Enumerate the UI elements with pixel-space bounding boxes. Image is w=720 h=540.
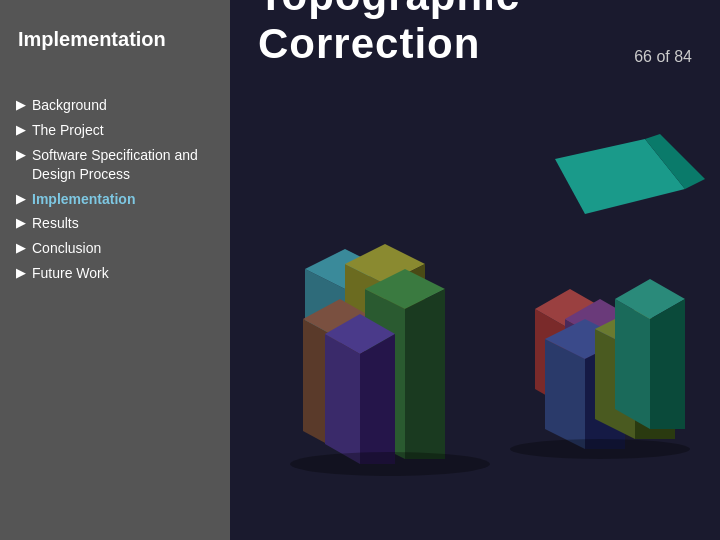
main-content bbox=[230, 78, 720, 540]
header-right: Topographic Correction 66 of 84 bbox=[230, 0, 720, 78]
sidebar-item-label: Results bbox=[32, 214, 79, 233]
viz-container bbox=[245, 109, 705, 509]
sidebar-item-label: Background bbox=[32, 96, 107, 115]
section-label: Implementation bbox=[18, 28, 166, 51]
sidebar-item-label: The Project bbox=[32, 121, 104, 140]
svg-point-33 bbox=[510, 439, 690, 459]
bullet-icon: ▶ bbox=[16, 122, 26, 137]
svg-marker-29 bbox=[650, 299, 685, 429]
slide-title: Topographic Correction bbox=[258, 0, 634, 68]
sidebar-item-label: Software Specification and Design Proces… bbox=[32, 146, 220, 184]
sidebar-item-future-work[interactable]: ▶Future Work bbox=[16, 264, 220, 283]
sidebar-item-background[interactable]: ▶Background bbox=[16, 96, 220, 115]
sidebar-item-label: Future Work bbox=[32, 264, 109, 283]
sidebar-item-software-spec[interactable]: ▶Software Specification and Design Proce… bbox=[16, 146, 220, 184]
bullet-icon: ▶ bbox=[16, 97, 26, 112]
bullet-icon: ▶ bbox=[16, 147, 26, 162]
bullet-icon: ▶ bbox=[16, 191, 26, 206]
3d-visualization bbox=[245, 109, 705, 509]
svg-marker-14 bbox=[360, 334, 395, 464]
sidebar-item-conclusion[interactable]: ▶Conclusion bbox=[16, 239, 220, 258]
sidebar-item-implementation[interactable]: ▶Implementation bbox=[16, 190, 220, 209]
svg-marker-12 bbox=[325, 334, 360, 464]
bullet-icon: ▶ bbox=[16, 240, 26, 255]
svg-marker-27 bbox=[615, 299, 650, 429]
svg-point-32 bbox=[290, 452, 490, 476]
sidebar-item-label: Implementation bbox=[32, 190, 135, 209]
body: ▶Background▶The Project▶Software Specifi… bbox=[0, 78, 720, 540]
sidebar-item-results[interactable]: ▶Results bbox=[16, 214, 220, 233]
slide-counter: 66 of 84 bbox=[634, 48, 692, 68]
bullet-icon: ▶ bbox=[16, 215, 26, 230]
sidebar: ▶Background▶The Project▶Software Specifi… bbox=[0, 78, 230, 540]
svg-marker-11 bbox=[405, 289, 445, 459]
header: Implementation Topographic Correction 66… bbox=[0, 0, 720, 78]
bullet-icon: ▶ bbox=[16, 265, 26, 280]
sidebar-item-label: Conclusion bbox=[32, 239, 101, 258]
header-left: Implementation bbox=[0, 0, 230, 78]
slide: Implementation Topographic Correction 66… bbox=[0, 0, 720, 540]
sidebar-item-the-project[interactable]: ▶The Project bbox=[16, 121, 220, 140]
